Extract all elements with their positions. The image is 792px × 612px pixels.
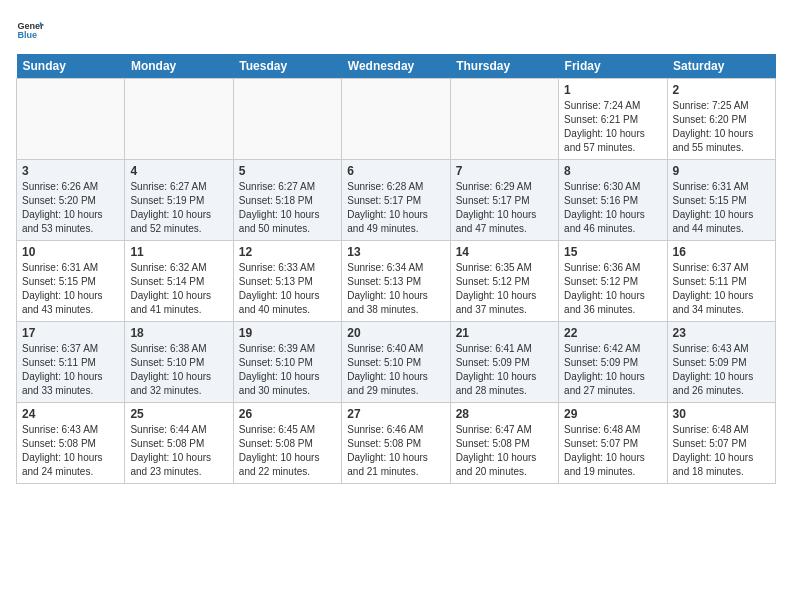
day-number: 24 — [22, 407, 119, 421]
day-info: Sunrise: 6:29 AM Sunset: 5:17 PM Dayligh… — [456, 180, 553, 236]
calendar-cell: 25Sunrise: 6:44 AM Sunset: 5:08 PM Dayli… — [125, 403, 233, 484]
day-info: Sunrise: 6:44 AM Sunset: 5:08 PM Dayligh… — [130, 423, 227, 479]
day-info: Sunrise: 6:27 AM Sunset: 5:18 PM Dayligh… — [239, 180, 336, 236]
calendar-cell: 17Sunrise: 6:37 AM Sunset: 5:11 PM Dayli… — [17, 322, 125, 403]
day-number: 15 — [564, 245, 661, 259]
calendar-cell: 18Sunrise: 6:38 AM Sunset: 5:10 PM Dayli… — [125, 322, 233, 403]
calendar-cell: 11Sunrise: 6:32 AM Sunset: 5:14 PM Dayli… — [125, 241, 233, 322]
calendar-cell: 14Sunrise: 6:35 AM Sunset: 5:12 PM Dayli… — [450, 241, 558, 322]
day-info: Sunrise: 6:41 AM Sunset: 5:09 PM Dayligh… — [456, 342, 553, 398]
day-info: Sunrise: 6:31 AM Sunset: 5:15 PM Dayligh… — [673, 180, 770, 236]
day-number: 21 — [456, 326, 553, 340]
day-info: Sunrise: 6:27 AM Sunset: 5:19 PM Dayligh… — [130, 180, 227, 236]
calendar-cell: 21Sunrise: 6:41 AM Sunset: 5:09 PM Dayli… — [450, 322, 558, 403]
logo: General Blue — [16, 16, 44, 44]
day-number: 17 — [22, 326, 119, 340]
calendar-cell — [450, 79, 558, 160]
day-info: Sunrise: 6:47 AM Sunset: 5:08 PM Dayligh… — [456, 423, 553, 479]
calendar-cell: 26Sunrise: 6:45 AM Sunset: 5:08 PM Dayli… — [233, 403, 341, 484]
calendar-cell: 20Sunrise: 6:40 AM Sunset: 5:10 PM Dayli… — [342, 322, 450, 403]
calendar-cell: 12Sunrise: 6:33 AM Sunset: 5:13 PM Dayli… — [233, 241, 341, 322]
calendar-cell: 2Sunrise: 7:25 AM Sunset: 6:20 PM Daylig… — [667, 79, 775, 160]
calendar-cell: 1Sunrise: 7:24 AM Sunset: 6:21 PM Daylig… — [559, 79, 667, 160]
day-number: 18 — [130, 326, 227, 340]
day-info: Sunrise: 6:39 AM Sunset: 5:10 PM Dayligh… — [239, 342, 336, 398]
page-header: General Blue — [16, 16, 776, 44]
day-info: Sunrise: 6:38 AM Sunset: 5:10 PM Dayligh… — [130, 342, 227, 398]
day-info: Sunrise: 6:37 AM Sunset: 5:11 PM Dayligh… — [22, 342, 119, 398]
calendar-week-3: 10Sunrise: 6:31 AM Sunset: 5:15 PM Dayli… — [17, 241, 776, 322]
logo-icon: General Blue — [16, 16, 44, 44]
day-number: 14 — [456, 245, 553, 259]
day-number: 26 — [239, 407, 336, 421]
calendar-cell: 4Sunrise: 6:27 AM Sunset: 5:19 PM Daylig… — [125, 160, 233, 241]
day-number: 12 — [239, 245, 336, 259]
calendar-cell: 24Sunrise: 6:43 AM Sunset: 5:08 PM Dayli… — [17, 403, 125, 484]
calendar-cell: 8Sunrise: 6:30 AM Sunset: 5:16 PM Daylig… — [559, 160, 667, 241]
day-info: Sunrise: 6:30 AM Sunset: 5:16 PM Dayligh… — [564, 180, 661, 236]
day-info: Sunrise: 6:26 AM Sunset: 5:20 PM Dayligh… — [22, 180, 119, 236]
day-number: 28 — [456, 407, 553, 421]
calendar-cell: 30Sunrise: 6:48 AM Sunset: 5:07 PM Dayli… — [667, 403, 775, 484]
calendar-cell: 19Sunrise: 6:39 AM Sunset: 5:10 PM Dayli… — [233, 322, 341, 403]
day-info: Sunrise: 6:32 AM Sunset: 5:14 PM Dayligh… — [130, 261, 227, 317]
day-number: 25 — [130, 407, 227, 421]
day-info: Sunrise: 6:36 AM Sunset: 5:12 PM Dayligh… — [564, 261, 661, 317]
day-info: Sunrise: 6:31 AM Sunset: 5:15 PM Dayligh… — [22, 261, 119, 317]
calendar-cell — [233, 79, 341, 160]
weekday-header-thursday: Thursday — [450, 54, 558, 79]
day-info: Sunrise: 6:28 AM Sunset: 5:17 PM Dayligh… — [347, 180, 444, 236]
weekday-header-row: SundayMondayTuesdayWednesdayThursdayFrid… — [17, 54, 776, 79]
day-info: Sunrise: 6:33 AM Sunset: 5:13 PM Dayligh… — [239, 261, 336, 317]
day-number: 6 — [347, 164, 444, 178]
calendar-cell: 6Sunrise: 6:28 AM Sunset: 5:17 PM Daylig… — [342, 160, 450, 241]
calendar-header: SundayMondayTuesdayWednesdayThursdayFrid… — [17, 54, 776, 79]
calendar-cell: 22Sunrise: 6:42 AM Sunset: 5:09 PM Dayli… — [559, 322, 667, 403]
day-number: 13 — [347, 245, 444, 259]
calendar-week-1: 1Sunrise: 7:24 AM Sunset: 6:21 PM Daylig… — [17, 79, 776, 160]
day-number: 30 — [673, 407, 770, 421]
day-info: Sunrise: 6:45 AM Sunset: 5:08 PM Dayligh… — [239, 423, 336, 479]
calendar-cell: 13Sunrise: 6:34 AM Sunset: 5:13 PM Dayli… — [342, 241, 450, 322]
day-info: Sunrise: 6:35 AM Sunset: 5:12 PM Dayligh… — [456, 261, 553, 317]
day-number: 9 — [673, 164, 770, 178]
day-number: 1 — [564, 83, 661, 97]
weekday-header-friday: Friday — [559, 54, 667, 79]
day-number: 4 — [130, 164, 227, 178]
calendar-cell: 27Sunrise: 6:46 AM Sunset: 5:08 PM Dayli… — [342, 403, 450, 484]
day-number: 16 — [673, 245, 770, 259]
day-info: Sunrise: 6:43 AM Sunset: 5:09 PM Dayligh… — [673, 342, 770, 398]
calendar-cell: 23Sunrise: 6:43 AM Sunset: 5:09 PM Dayli… — [667, 322, 775, 403]
day-number: 22 — [564, 326, 661, 340]
day-number: 8 — [564, 164, 661, 178]
weekday-header-monday: Monday — [125, 54, 233, 79]
day-number: 29 — [564, 407, 661, 421]
day-number: 11 — [130, 245, 227, 259]
calendar-cell: 28Sunrise: 6:47 AM Sunset: 5:08 PM Dayli… — [450, 403, 558, 484]
day-number: 10 — [22, 245, 119, 259]
day-info: Sunrise: 7:25 AM Sunset: 6:20 PM Dayligh… — [673, 99, 770, 155]
calendar-cell: 15Sunrise: 6:36 AM Sunset: 5:12 PM Dayli… — [559, 241, 667, 322]
calendar-cell — [125, 79, 233, 160]
calendar-cell: 29Sunrise: 6:48 AM Sunset: 5:07 PM Dayli… — [559, 403, 667, 484]
day-number: 27 — [347, 407, 444, 421]
day-info: Sunrise: 6:43 AM Sunset: 5:08 PM Dayligh… — [22, 423, 119, 479]
day-number: 20 — [347, 326, 444, 340]
day-number: 5 — [239, 164, 336, 178]
day-info: Sunrise: 6:42 AM Sunset: 5:09 PM Dayligh… — [564, 342, 661, 398]
day-number: 23 — [673, 326, 770, 340]
calendar-cell — [17, 79, 125, 160]
day-number: 2 — [673, 83, 770, 97]
day-info: Sunrise: 6:46 AM Sunset: 5:08 PM Dayligh… — [347, 423, 444, 479]
day-number: 7 — [456, 164, 553, 178]
calendar-cell: 16Sunrise: 6:37 AM Sunset: 5:11 PM Dayli… — [667, 241, 775, 322]
day-info: Sunrise: 6:48 AM Sunset: 5:07 PM Dayligh… — [673, 423, 770, 479]
calendar-cell: 9Sunrise: 6:31 AM Sunset: 5:15 PM Daylig… — [667, 160, 775, 241]
calendar-cell: 5Sunrise: 6:27 AM Sunset: 5:18 PM Daylig… — [233, 160, 341, 241]
calendar-cell: 3Sunrise: 6:26 AM Sunset: 5:20 PM Daylig… — [17, 160, 125, 241]
day-number: 3 — [22, 164, 119, 178]
weekday-header-saturday: Saturday — [667, 54, 775, 79]
day-info: Sunrise: 6:37 AM Sunset: 5:11 PM Dayligh… — [673, 261, 770, 317]
day-info: Sunrise: 6:34 AM Sunset: 5:13 PM Dayligh… — [347, 261, 444, 317]
day-info: Sunrise: 7:24 AM Sunset: 6:21 PM Dayligh… — [564, 99, 661, 155]
